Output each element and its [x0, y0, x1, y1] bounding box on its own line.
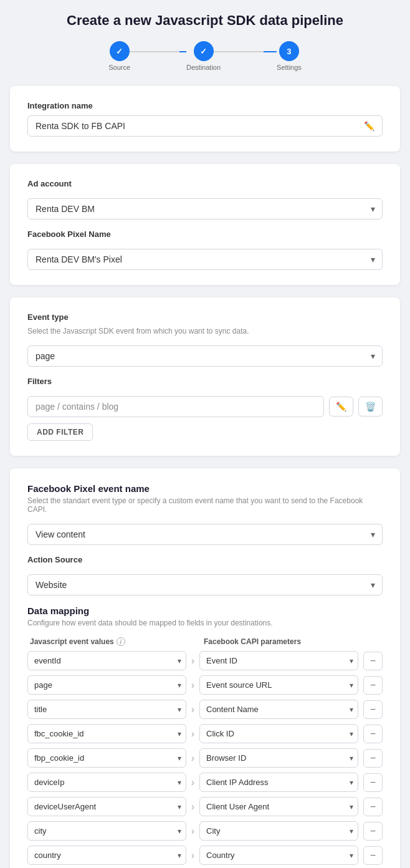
filter-edit-btn[interactable]: ✏️ — [329, 397, 353, 417]
mapping-row: eventId › Event ID − — [27, 651, 383, 670]
step-source-circle: ✓ — [110, 41, 130, 61]
mapping-remove-btn-5[interactable]: − — [363, 773, 383, 792]
action-source-select-wrapper: Website — [27, 574, 383, 596]
mapping-left-select-3: fbc_cookie_id — [27, 724, 186, 743]
mapping-arrow-icon-6: › — [191, 801, 194, 813]
mapping-left-select-input-3[interactable]: fbc_cookie_id — [27, 724, 186, 743]
event-type-select-wrapper: page — [27, 345, 383, 367]
mapping-header: Javascript event values i Facebook CAPI … — [27, 637, 383, 646]
mapping-right-select-1: Event source URL — [199, 675, 358, 695]
filters-label: Filters — [27, 377, 383, 386]
mapping-right-select-0: Event ID — [199, 651, 358, 670]
fb-pixel-event-select-wrapper: View content — [27, 524, 383, 545]
mapping-right-select-input-8[interactable]: Country — [199, 846, 358, 865]
filter-input[interactable] — [27, 396, 324, 417]
mapping-right-select-2: Content Name — [199, 700, 358, 719]
mapping-left-select-0: eventId — [27, 651, 186, 670]
step-destination-circle: ✓ — [194, 41, 214, 61]
mapping-left-select-1: page — [27, 675, 186, 695]
ad-account-card: Ad account Renta DEV BM Facebook Pixel N… — [10, 164, 400, 285]
col1-info-icon: i — [117, 637, 125, 646]
mapping-left-select-input-7[interactable]: city — [27, 821, 186, 841]
event-type-sublabel: Select the Javascript SDK event from whi… — [27, 327, 383, 335]
mapping-right-select-input-0[interactable]: Event ID — [199, 651, 358, 670]
mapping-col1-label: Javascript event values i — [30, 637, 176, 646]
mapping-right-select-input-6[interactable]: Client User Agent — [199, 797, 358, 816]
integration-name-card: Integration name ✏️ — [10, 86, 400, 152]
mapping-right-select-3: Click ID — [199, 724, 358, 743]
data-mapping-title: Data mapping — [27, 605, 383, 616]
steps-container: ✓ Source ✓ Destination 3 Settings — [0, 41, 410, 71]
mapping-row: fbc_cookie_id › Click ID − — [27, 724, 383, 743]
step-settings-circle: 3 — [279, 41, 299, 61]
pixel-select-wrapper: Renta DEV BM's Pixel — [27, 249, 383, 270]
step-settings: 3 Settings — [277, 41, 302, 71]
mapping-right-select-5: Client IP Address — [199, 773, 358, 792]
mapping-right-select-input-1[interactable]: Event source URL — [199, 675, 358, 695]
mapping-row: title › Content Name − — [27, 700, 383, 719]
mapping-remove-btn-7[interactable]: − — [363, 822, 383, 841]
mapping-right-select-input-4[interactable]: Browser ID — [199, 748, 358, 768]
integration-name-input[interactable] — [36, 121, 364, 131]
pixel-select[interactable]: Renta DEV BM's Pixel — [27, 249, 383, 270]
mapping-arrow-icon-2: › — [191, 704, 194, 715]
mapping-left-select-input-0[interactable]: eventId — [27, 651, 186, 670]
data-mapping-sub: Configure how event data should be mappe… — [27, 619, 383, 627]
mapping-remove-btn-8[interactable]: − — [363, 846, 383, 865]
mapping-right-select-7: City — [199, 821, 358, 841]
mapping-left-select-input-2[interactable]: title — [27, 700, 186, 719]
fb-pixel-event-select[interactable]: View content — [27, 524, 383, 545]
fb-settings-card: Facebook Pixel event name Select the sta… — [10, 468, 400, 868]
edit-icon[interactable]: ✏️ — [364, 121, 374, 131]
mapping-row: city › City − — [27, 821, 383, 841]
mapping-remove-btn-6[interactable]: − — [363, 798, 383, 816]
integration-name-input-wrapper: ✏️ — [27, 115, 383, 137]
mapping-remove-btn-4[interactable]: − — [363, 749, 383, 768]
filter-row: ✏️ 🗑️ — [27, 396, 383, 417]
mapping-left-select-input-1[interactable]: page — [27, 675, 186, 695]
mapping-arrow-icon-8: › — [191, 850, 194, 861]
action-source-label: Action Source — [27, 555, 383, 564]
mapping-right-select-6: Client User Agent — [199, 797, 358, 816]
fb-pixel-event-title: Facebook Pixel event name — [27, 483, 383, 494]
mapping-row: page › Event source URL − — [27, 675, 383, 695]
mapping-left-select-input-8[interactable]: country — [27, 846, 186, 865]
mapping-right-select-4: Browser ID — [199, 748, 358, 768]
mapping-right-select-input-5[interactable]: Client IP Address — [199, 773, 358, 792]
mapping-remove-btn-2[interactable]: − — [363, 700, 383, 719]
mapping-arrow-icon-4: › — [191, 753, 194, 764]
mapping-arrow-icon-5: › — [191, 777, 194, 788]
mapping-left-select-8: country — [27, 846, 186, 865]
mapping-left-select-input-4[interactable]: fbp_cookie_id — [27, 748, 186, 768]
mapping-remove-btn-3[interactable]: − — [363, 725, 383, 743]
step-source-label: Source — [108, 64, 130, 71]
ad-account-select[interactable]: Renta DEV BM — [27, 198, 383, 219]
mapping-right-select-input-7[interactable]: City — [199, 821, 358, 841]
mapping-left-select-7: city — [27, 821, 186, 841]
filter-delete-btn[interactable]: 🗑️ — [358, 397, 383, 417]
action-source-select[interactable]: Website — [27, 574, 383, 596]
integration-name-label: Integration name — [27, 101, 383, 110]
mapping-left-select-input-5[interactable]: deviceIp — [27, 773, 186, 792]
mapping-arrow-icon-0: › — [191, 655, 194, 667]
mapping-left-select-4: fbp_cookie_id — [27, 748, 186, 768]
mapping-remove-btn-0[interactable]: − — [363, 652, 383, 670]
step-source: ✓ Source — [108, 41, 130, 71]
ad-account-label: Ad account — [27, 179, 383, 188]
ad-account-select-wrapper: Renta DEV BM — [27, 198, 383, 219]
mapping-arrow-icon-7: › — [191, 826, 194, 837]
mapping-row: country › Country − — [27, 846, 383, 865]
mapping-col2-label: Facebook CAPI parameters — [204, 637, 350, 646]
mapping-left-select-input-6[interactable]: deviceUserAgent — [27, 797, 186, 816]
mapping-right-select-8: Country — [199, 846, 358, 865]
event-type-select[interactable]: page — [27, 345, 383, 367]
mapping-arrow-icon-1: › — [191, 680, 194, 691]
add-filter-button[interactable]: ADD FILTER — [27, 423, 93, 441]
mapping-left-select-6: deviceUserAgent — [27, 797, 186, 816]
mapping-right-select-input-3[interactable]: Click ID — [199, 724, 358, 743]
mapping-right-select-input-2[interactable]: Content Name — [199, 700, 358, 719]
mapping-remove-btn-1[interactable]: − — [363, 676, 383, 695]
mapping-left-select-5: deviceIp — [27, 773, 186, 792]
step-settings-label: Settings — [277, 64, 302, 71]
mapping-left-select-2: title — [27, 700, 186, 719]
